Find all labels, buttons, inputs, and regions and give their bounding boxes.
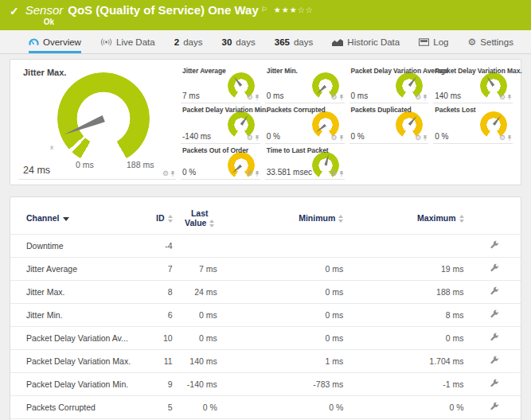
channel-maximum: 19 ms — [348, 258, 468, 281]
gauge-value: 0 % — [435, 132, 448, 141]
wrench-icon[interactable] — [490, 332, 499, 342]
gauge-tile-jitter-min: Jitter Min. 0 ms ⚙ — [265, 64, 345, 103]
channel-id: 5 — [145, 396, 178, 419]
tab-2-days[interactable]: 2days — [174, 30, 203, 53]
gauge-tile-packets-lost: Packets Lost 0 % ⚙ — [433, 103, 513, 144]
wrench-icon[interactable] — [490, 240, 499, 250]
wrench-icon[interactable] — [490, 379, 499, 388]
pin-icon[interactable] — [255, 170, 260, 177]
ok-check-icon: ✓ — [10, 5, 19, 18]
gauge-value: 0 % — [182, 168, 196, 177]
channel-name[interactable]: Packet Delay Variation Max. — [10, 350, 145, 373]
channel-minimum — [222, 235, 348, 258]
column-header-channel[interactable]: Channel — [10, 200, 145, 235]
pin-icon[interactable] — [339, 94, 344, 101]
gauge-settings-gear-icon[interactable]: ⚙ — [330, 94, 337, 101]
tab-log[interactable]: Log — [419, 30, 448, 53]
channel-maximum: -1 ms — [348, 373, 468, 396]
gear-icon: ⚙ — [468, 37, 477, 47]
gauge-settings-gear-icon[interactable]: ⚙ — [415, 94, 421, 101]
column-header-maximum[interactable]: Maximum — [348, 200, 468, 235]
column-header-minimum[interactable]: Minimum — [222, 200, 348, 235]
gauge-settings-gear-icon[interactable]: ⚙ — [162, 170, 169, 177]
gauge-settings-gear-icon[interactable]: ⚙ — [330, 170, 337, 177]
log-icon — [419, 38, 429, 46]
gauge-scale-min: 0 ms — [76, 160, 94, 169]
pin-icon[interactable] — [339, 170, 344, 177]
pin-icon[interactable] — [507, 134, 512, 142]
wrench-icon[interactable] — [490, 402, 499, 411]
channel-minimum: 0 ms — [222, 281, 348, 304]
channel-id: 7 — [145, 258, 178, 281]
channel-id: 10 — [145, 327, 178, 350]
gauge-value: 0 % — [267, 132, 280, 141]
gauge-settings-gear-icon[interactable]: ⚙ — [499, 94, 506, 101]
tab-settings[interactable]: ⚙ Settings — [468, 30, 513, 53]
main-gauge-tile: Jitter Max. x̄ 0 ms 188 ms 24 ms ⚙ — [18, 64, 176, 180]
scale-toggle-icon[interactable]: x̄ — [50, 144, 53, 151]
gauge-title: Packets Duplicated — [351, 106, 412, 114]
channel-name[interactable]: Packet Delay Variation Av... — [10, 327, 145, 350]
wrench-icon[interactable] — [490, 356, 499, 365]
gauge-settings-gear-icon[interactable]: ⚙ — [247, 94, 253, 101]
gauge-settings-gear-icon[interactable]: ⚙ — [330, 134, 337, 142]
gauge-title: Packet Delay Variation Max. — [435, 67, 521, 75]
sensor-kind-label: Sensor — [25, 3, 64, 17]
channel-name[interactable]: Jitter Max. — [10, 281, 145, 304]
wrench-icon[interactable] — [490, 309, 499, 319]
pin-icon[interactable] — [339, 134, 344, 142]
channels-table: Channel ID LastValue Minimum Maximum Dow… — [10, 200, 521, 420]
channels-table-panel: Channel ID LastValue Minimum Maximum Dow… — [10, 196, 521, 420]
tab-overview[interactable]: Overview — [29, 30, 81, 53]
gauge-title: Packet Delay Variation Average — [351, 67, 449, 75]
channel-last-value: 0 % — [178, 396, 222, 419]
channel-last-value: -140 ms — [178, 373, 222, 396]
channel-minimum: 0 ms — [222, 258, 348, 281]
table-row: Jitter Max. 8 24 ms 0 ms 188 ms — [10, 281, 521, 304]
channel-minimum: -783 ms — [222, 373, 348, 396]
pin-icon[interactable] — [255, 134, 260, 142]
table-header-row: Channel ID LastValue Minimum Maximum — [10, 200, 521, 235]
gauge-settings-gear-icon[interactable]: ⚙ — [499, 134, 506, 142]
broadcast-icon — [100, 38, 112, 46]
content-area: Jitter Max. x̄ 0 ms 188 ms 24 ms ⚙ Jitte… — [0, 54, 531, 420]
sort-desc-icon — [63, 217, 69, 221]
channel-name[interactable]: Packets Corrupted — [10, 396, 145, 419]
tab-live-data[interactable]: Live Data — [100, 30, 155, 53]
pin-icon[interactable] — [255, 94, 260, 101]
gauge-title: Jitter Average — [182, 67, 226, 75]
tab-30-days[interactable]: 30days — [222, 30, 256, 53]
tab-historic-data[interactable]: Historic Data — [332, 30, 400, 53]
channel-maximum: 1.704 ms — [348, 350, 468, 373]
channel-id: 11 — [145, 350, 178, 373]
wrench-icon[interactable] — [490, 263, 499, 273]
gauge-value: 7 ms — [182, 91, 200, 100]
pin-icon[interactable] — [423, 134, 428, 142]
sort-icon — [338, 215, 343, 223]
pin-icon[interactable] — [423, 94, 428, 101]
gauge-value: -140 ms — [182, 132, 211, 141]
gauge-scale-max: 188 ms — [127, 160, 154, 169]
gauge-settings-gear-icon[interactable]: ⚙ — [247, 170, 253, 177]
channel-name[interactable]: Packet Delay Variation Min. — [10, 373, 145, 396]
gauge-tile-pdv-max: Packet Delay Variation Max. 140 ms ⚙ — [433, 64, 513, 103]
channel-last-value — [178, 235, 222, 258]
wrench-icon[interactable] — [490, 286, 499, 296]
gauge-title: Jitter Min. — [267, 67, 298, 75]
column-header-last-value[interactable]: LastValue — [178, 200, 222, 235]
channel-name[interactable]: Jitter Average — [10, 258, 145, 281]
priority-stars[interactable]: ★★★☆☆ — [274, 6, 314, 14]
gauge-settings-gear-icon[interactable]: ⚙ — [247, 134, 253, 142]
jitter-max-gauge — [57, 72, 150, 165]
column-header-id[interactable]: ID — [145, 200, 178, 235]
gauge-settings-gear-icon[interactable]: ⚙ — [415, 134, 421, 142]
pin-icon[interactable] — [170, 170, 175, 177]
tab-365-days[interactable]: 365days — [275, 30, 313, 53]
gauge-title: Packet Delay Variation Min. — [182, 106, 267, 114]
channel-name[interactable]: Downtime — [10, 235, 145, 258]
channel-name[interactable]: Jitter Min. — [10, 304, 145, 327]
channel-last-value: 0 ms — [178, 327, 222, 350]
gauge-tile-packets-corrupted: Packets Corrupted 0 % ⚙ — [265, 103, 345, 144]
pin-icon[interactable] — [507, 94, 512, 101]
gauge-title: Packets Lost — [435, 106, 475, 114]
